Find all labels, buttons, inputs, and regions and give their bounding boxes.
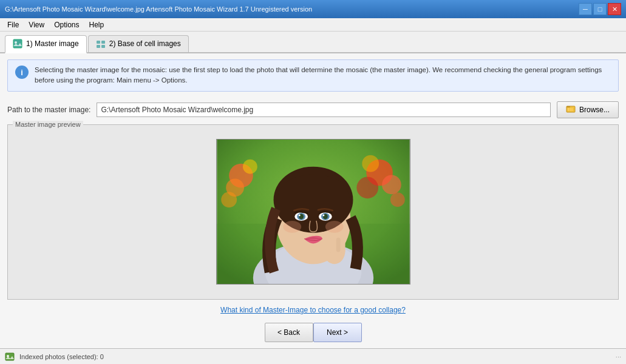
svg-point-17 bbox=[362, 155, 379, 172]
close-button[interactable]: ✕ bbox=[608, 3, 621, 15]
tab-master-image[interactable]: 1) Master image bbox=[5, 35, 87, 53]
tab-base-label: 2) Base of cell images bbox=[109, 39, 181, 48]
svg-point-1 bbox=[15, 41, 17, 44]
svg-rect-10 bbox=[571, 108, 573, 111]
svg-point-19 bbox=[221, 192, 237, 208]
master-link-text: What kind of Master-Image to choose for … bbox=[220, 306, 406, 314]
svg-rect-38 bbox=[330, 239, 335, 254]
bottom-buttons: < Back Next > bbox=[0, 319, 626, 348]
back-button[interactable]: < Back bbox=[265, 323, 313, 342]
svg-rect-39 bbox=[336, 238, 340, 252]
window-title: G:\Artensoft Photo Mosaic Wizard\welcome… bbox=[5, 5, 579, 13]
status-bar: Indexed photos (selected): 0 ··· bbox=[0, 348, 626, 364]
svg-rect-41 bbox=[5, 353, 14, 360]
base-images-tab-icon bbox=[96, 39, 106, 49]
svg-point-20 bbox=[390, 193, 404, 207]
svg-rect-8 bbox=[568, 108, 569, 111]
svg-rect-2 bbox=[97, 41, 100, 44]
svg-rect-0 bbox=[13, 39, 22, 48]
preview-inner bbox=[8, 125, 618, 300]
svg-point-36 bbox=[325, 221, 343, 233]
menu-help[interactable]: Help bbox=[84, 19, 109, 30]
path-row: Path to the master image: Browse... bbox=[0, 98, 626, 122]
svg-point-34 bbox=[322, 215, 324, 217]
status-text: Indexed photos (selected): 0 bbox=[19, 353, 104, 360]
master-image-tab-icon bbox=[13, 39, 22, 49]
svg-point-18 bbox=[356, 177, 378, 199]
menu-file[interactable]: File bbox=[2, 19, 24, 30]
info-bar: i Selecting the master image for the mos… bbox=[7, 59, 619, 92]
path-label: Path to the master image: bbox=[7, 106, 90, 114]
preview-image bbox=[216, 139, 410, 285]
status-icon bbox=[5, 352, 15, 362]
info-description: Selecting the master image for the mosai… bbox=[35, 65, 611, 86]
info-icon: i bbox=[15, 66, 29, 79]
svg-rect-4 bbox=[97, 45, 100, 48]
title-bar: G:\Artensoft Photo Mosaic Wizard\welcome… bbox=[0, 0, 626, 18]
main-content: i Selecting the master image for the mos… bbox=[0, 53, 626, 348]
svg-point-14 bbox=[242, 160, 257, 174]
maximize-button[interactable]: □ bbox=[593, 3, 607, 15]
preview-label: Master image preview bbox=[13, 121, 83, 128]
preview-section: Master image preview bbox=[7, 124, 619, 300]
svg-point-35 bbox=[283, 221, 301, 233]
window-controls: ─ □ ✕ bbox=[579, 3, 621, 15]
next-button[interactable]: Next > bbox=[313, 323, 362, 342]
menu-bar: File View Options Help bbox=[0, 18, 626, 32]
path-input[interactable] bbox=[97, 103, 551, 117]
menu-view[interactable]: View bbox=[24, 19, 49, 30]
svg-rect-9 bbox=[570, 108, 571, 111]
menu-options[interactable]: Options bbox=[49, 19, 84, 30]
svg-rect-5 bbox=[101, 45, 105, 48]
minimize-button[interactable]: ─ bbox=[579, 3, 592, 15]
browse-icon bbox=[566, 104, 576, 115]
svg-rect-40 bbox=[341, 240, 345, 254]
svg-point-16 bbox=[382, 175, 401, 195]
status-spinner: ··· bbox=[616, 353, 621, 360]
svg-rect-3 bbox=[101, 41, 105, 44]
svg-rect-7 bbox=[566, 106, 570, 107]
browse-button[interactable]: Browse... bbox=[557, 101, 619, 118]
tab-bar: 1) Master image 2) Base of cell images bbox=[0, 32, 626, 53]
master-image-link[interactable]: What kind of Master-Image to choose for … bbox=[0, 302, 626, 319]
tab-base-images[interactable]: 2) Base of cell images bbox=[88, 35, 189, 52]
svg-point-30 bbox=[298, 215, 300, 217]
tab-master-label: 1) Master image bbox=[26, 39, 79, 48]
browse-label: Browse... bbox=[579, 106, 610, 114]
